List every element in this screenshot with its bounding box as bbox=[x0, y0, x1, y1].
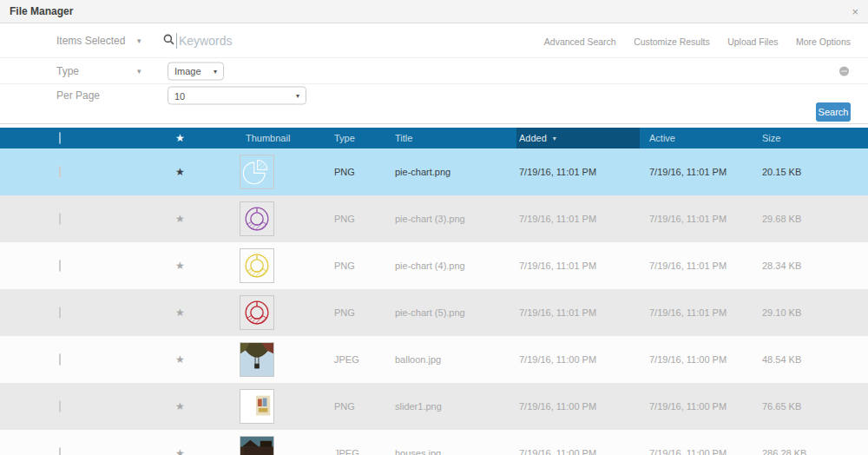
column-header-size[interactable]: Size bbox=[762, 133, 780, 143]
star-icon[interactable]: ★ bbox=[175, 260, 185, 272]
file-added-date: 7/19/16, 11:01 PM bbox=[519, 214, 596, 224]
sort-caret-icon: ▾ bbox=[553, 135, 556, 142]
file-added-date: 7/19/16, 11:00 PM bbox=[519, 401, 596, 412]
file-size: 20.15 KB bbox=[762, 167, 801, 177]
search-icon bbox=[163, 33, 174, 49]
select-all-checkbox[interactable] bbox=[59, 133, 61, 143]
file-active-date: 7/19/16, 11:01 PM bbox=[649, 167, 727, 177]
file-title[interactable]: houses.jpg bbox=[395, 448, 441, 455]
window-titlebar: File Manager × bbox=[0, 0, 868, 23]
table-row[interactable]: ★PNGpie-chart (3).png7/19/16, 11:01 PM7/… bbox=[0, 195, 868, 242]
file-thumbnail[interactable] bbox=[240, 342, 274, 377]
table-row[interactable]: ★PNGpie-chart (4).png7/19/16, 11:01 PM7/… bbox=[0, 242, 868, 289]
row-checkbox[interactable] bbox=[59, 307, 61, 318]
file-size: 29.10 KB bbox=[762, 307, 801, 318]
per-page-select[interactable]: 10 ▾ bbox=[168, 87, 306, 105]
type-filter-label[interactable]: Type bbox=[56, 65, 79, 77]
chevron-down-icon[interactable]: ▾ bbox=[137, 36, 141, 45]
file-thumbnail[interactable] bbox=[240, 155, 274, 189]
page-title: File Manager bbox=[10, 5, 73, 17]
file-added-date: 7/19/16, 11:01 PM bbox=[519, 167, 596, 177]
file-title[interactable]: pie-chart (5).png bbox=[395, 307, 465, 318]
star-icon[interactable]: ★ bbox=[175, 447, 185, 455]
file-added-date: 7/19/16, 11:01 PM bbox=[519, 307, 596, 318]
row-checkbox[interactable] bbox=[59, 354, 61, 365]
table-row[interactable]: ★PNGslider1.png7/19/16, 11:00 PM7/19/16,… bbox=[0, 383, 868, 430]
file-thumbnail[interactable] bbox=[240, 201, 274, 236]
column-header-title[interactable]: Title bbox=[395, 133, 412, 143]
search-button[interactable]: Search bbox=[816, 102, 851, 122]
file-type: PNG bbox=[334, 307, 355, 318]
row-checkbox[interactable] bbox=[59, 214, 61, 224]
chevron-down-icon[interactable]: ▾ bbox=[137, 67, 141, 76]
table-row[interactable]: ★JPEGhouses.jpg7/19/16, 11:00 PM7/19/16,… bbox=[0, 430, 868, 455]
file-active-date: 7/19/16, 11:00 PM bbox=[649, 354, 727, 365]
table-row[interactable]: ★PNGpie-chart.png7/19/16, 11:01 PM7/19/1… bbox=[0, 148, 868, 195]
file-title[interactable]: pie-chart.png bbox=[395, 167, 450, 177]
file-size: 29.68 KB bbox=[762, 214, 801, 224]
star-icon[interactable]: ★ bbox=[175, 166, 185, 178]
remove-filter-icon[interactable] bbox=[839, 66, 849, 76]
type-select[interactable]: Image ▾ bbox=[168, 62, 224, 80]
column-header-type[interactable]: Type bbox=[334, 133, 355, 143]
file-active-date: 7/19/16, 11:01 PM bbox=[649, 214, 727, 224]
file-title[interactable]: pie-chart (4).png bbox=[395, 260, 465, 271]
row-checkbox[interactable] bbox=[59, 448, 61, 455]
file-active-date: 7/19/16, 11:00 PM bbox=[649, 401, 727, 412]
file-size: 286.28 KB bbox=[762, 448, 806, 455]
file-active-date: 7/19/16, 11:00 PM bbox=[649, 448, 727, 455]
close-icon[interactable]: × bbox=[852, 6, 858, 17]
toolbar-links: Advanced Search Customize Results Upload… bbox=[530, 33, 851, 49]
star-icon[interactable]: ★ bbox=[175, 353, 185, 366]
file-size: 48.54 KB bbox=[762, 354, 801, 365]
file-type: PNG bbox=[334, 214, 355, 224]
file-added-date: 7/19/16, 11:00 PM bbox=[519, 448, 596, 455]
star-icon[interactable]: ★ bbox=[175, 400, 185, 412]
file-size: 76.65 KB bbox=[762, 401, 801, 412]
select-caret-icon: ▾ bbox=[296, 92, 299, 100]
column-header-added[interactable]: Added ▾ bbox=[516, 128, 640, 148]
file-type: JPEG bbox=[334, 448, 359, 455]
file-type: PNG bbox=[334, 260, 355, 271]
per-page-label: Per Page bbox=[56, 89, 100, 102]
file-title[interactable]: balloon.jpg bbox=[395, 354, 441, 365]
table-body: ★PNGpie-chart.png7/19/16, 11:01 PM7/19/1… bbox=[0, 148, 868, 455]
items-selected-dropdown[interactable]: Items Selected bbox=[56, 35, 125, 47]
type-select-value: Image bbox=[174, 66, 201, 76]
file-added-date: 7/19/16, 11:01 PM bbox=[519, 260, 596, 271]
upload-files-link[interactable]: Upload Files bbox=[727, 36, 778, 47]
row-checkbox[interactable] bbox=[59, 260, 61, 271]
file-type: PNG bbox=[334, 167, 355, 177]
row-checkbox[interactable] bbox=[59, 167, 61, 177]
row-checkbox[interactable] bbox=[59, 401, 61, 412]
file-type: JPEG bbox=[334, 354, 359, 365]
advanced-search-link[interactable]: Advanced Search bbox=[544, 36, 616, 47]
file-thumbnail[interactable] bbox=[240, 436, 274, 455]
table-row[interactable]: ★JPEGballoon.jpg7/19/16, 11:00 PM7/19/16… bbox=[0, 336, 868, 383]
star-icon[interactable]: ★ bbox=[175, 213, 185, 225]
filter-row-type: Type ▾ Image ▾ bbox=[0, 58, 868, 84]
file-size: 28.34 KB bbox=[762, 260, 801, 271]
search-input[interactable] bbox=[179, 31, 587, 50]
star-column-header[interactable]: ★ bbox=[175, 132, 185, 144]
star-icon[interactable]: ★ bbox=[175, 307, 185, 319]
filter-panel: Items Selected ▾ Advanced Search Customi… bbox=[0, 23, 868, 124]
filter-row-perpage: Per Page 10 ▾ bbox=[0, 84, 868, 107]
file-thumbnail[interactable] bbox=[240, 248, 274, 283]
file-title[interactable]: slider1.png bbox=[395, 401, 442, 412]
more-options-link[interactable]: More Options bbox=[796, 36, 851, 47]
column-header-active[interactable]: Active bbox=[649, 133, 675, 143]
file-title[interactable]: pie-chart (3).png bbox=[395, 214, 465, 224]
file-active-date: 7/19/16, 11:01 PM bbox=[649, 307, 727, 318]
file-thumbnail[interactable] bbox=[240, 295, 274, 330]
table-header: ★ Thumbnail Type Title Added ▾ Active Si… bbox=[0, 128, 868, 148]
file-added-date: 7/19/16, 11:00 PM bbox=[519, 354, 596, 365]
customize-results-link[interactable]: Customize Results bbox=[634, 36, 710, 47]
per-page-value: 10 bbox=[174, 90, 185, 101]
text-cursor bbox=[176, 33, 177, 49]
file-type: PNG bbox=[334, 401, 355, 412]
file-thumbnail[interactable] bbox=[240, 389, 274, 424]
column-header-thumbnail[interactable]: Thumbnail bbox=[246, 133, 290, 143]
select-caret-icon: ▾ bbox=[214, 67, 217, 75]
table-row[interactable]: ★PNGpie-chart (5).png7/19/16, 11:01 PM7/… bbox=[0, 289, 868, 336]
